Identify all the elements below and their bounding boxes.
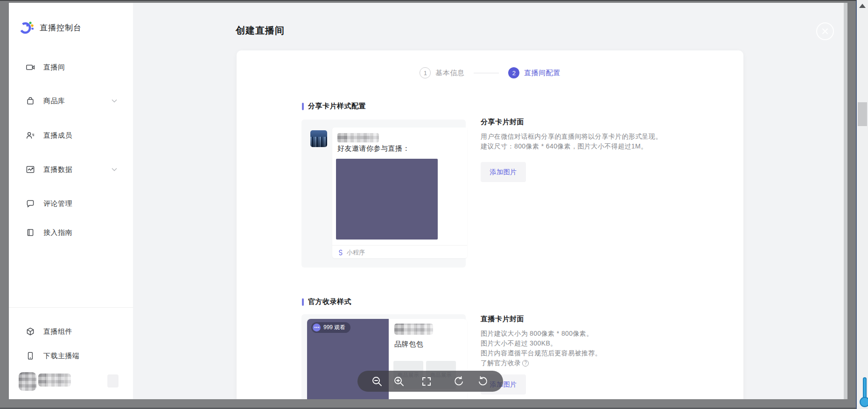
- close-button[interactable]: [816, 22, 834, 40]
- app-title: 直播控制台: [40, 22, 82, 33]
- product-category: 品牌包包: [394, 340, 423, 349]
- sidebar-item-comment-management[interactable]: 评论管理: [9, 194, 133, 213]
- step-indicator: 1 基本信息 2 直播间配置: [237, 67, 743, 78]
- live-title-redacted: [394, 324, 433, 335]
- rotate-right-button[interactable]: [477, 376, 489, 387]
- sidebar-item-product-library[interactable]: 商品库: [9, 92, 133, 110]
- viewers-badge: ⋯ 999 观看: [311, 322, 350, 333]
- member-icon: [26, 131, 35, 140]
- help-icon: ?: [522, 360, 529, 367]
- sidebar-item-download-anchor-app[interactable]: 下载主播端: [9, 346, 133, 365]
- info-line: 图片建议大小为 800像素 * 800像素。: [481, 329, 705, 338]
- live-dots-icon: ⋯: [313, 324, 321, 331]
- sidebar-item-label: 直播数据: [43, 165, 72, 174]
- section-accent-bar: [302, 103, 304, 110]
- cursor-indicator: [859, 377, 868, 409]
- step-connector-line: [474, 73, 499, 73]
- host-scrollbar[interactable]: [857, 0, 868, 409]
- chart-icon: [26, 165, 35, 174]
- phone-icon: [26, 351, 35, 360]
- scroll-up-arrow-icon: [859, 4, 866, 8]
- miniprogram-icon: [337, 249, 344, 256]
- chat-name-redacted: [337, 133, 379, 142]
- sidebar-item-live-room[interactable]: 直播间: [9, 58, 133, 77]
- section-title: 分享卡片样式配置: [308, 102, 366, 111]
- learn-official-listing-link[interactable]: 了解官方收录 ?: [481, 358, 529, 368]
- add-share-image-button[interactable]: 添加图片: [481, 162, 526, 182]
- zoom-in-button[interactable]: [393, 376, 405, 387]
- create-live-room-panel: 1 基本信息 2 直播间配置 分享卡片样式配置: [237, 50, 743, 399]
- cursor-ball: [860, 397, 868, 407]
- info-line: 用户在微信对话框内分享的直播间将以分享卡片的形式呈现。: [481, 132, 705, 141]
- info-title: 直播卡片封面: [481, 315, 705, 324]
- sidebar-item-live-component[interactable]: 直播组件: [9, 322, 133, 341]
- user-avatar: [19, 372, 36, 391]
- sidebar-item-label: 下载主播端: [43, 352, 80, 360]
- account-chip-redacted: [107, 374, 119, 388]
- step-number: 2: [508, 67, 519, 78]
- miniprogram-label: 小程序: [347, 248, 365, 257]
- remote-screen: 直播控制台 直播间 商品库: [9, 3, 844, 399]
- section-official-listing-header: 官方收录样式: [302, 297, 351, 306]
- host-scrollbar-thumb[interactable]: [858, 102, 867, 126]
- step-label: 基本信息: [435, 69, 464, 78]
- step-basic-info[interactable]: 1 基本信息: [420, 67, 464, 78]
- app-logo-icon: [19, 20, 35, 35]
- share-card-info: 分享卡片封面 用户在微信对话框内分享的直播间将以分享卡片的形式呈现。 建议尺寸：…: [481, 118, 705, 182]
- info-line: 建议尺寸：800像素 * 640像素，图片大小不得超过1M。: [481, 141, 705, 151]
- viewers-count: 999 观看: [323, 324, 345, 331]
- miniprogram-footer: 小程序: [337, 248, 365, 257]
- rotate-left-button[interactable]: [453, 376, 464, 387]
- guide-book-icon: [26, 228, 35, 237]
- info-line: 图片内容遵循平台规范后更容易被推荐。: [481, 348, 705, 358]
- chat-card-divider: [332, 245, 467, 246]
- comment-icon: [26, 199, 35, 208]
- fullscreen-button[interactable]: [421, 376, 432, 387]
- sidebar-item-live-data[interactable]: 直播数据: [9, 160, 133, 179]
- sidebar-item-label: 评论管理: [43, 199, 72, 208]
- sidebar-item-label: 直播组件: [43, 327, 72, 336]
- chat-sender-avatar: [310, 130, 327, 147]
- sidebar-item-label: 直播间: [43, 63, 65, 72]
- sidebar-item-live-members[interactable]: 直播成员: [9, 126, 133, 145]
- sidebar-item-label: 接入指南: [43, 228, 72, 237]
- section-title: 官方收录样式: [308, 297, 351, 306]
- chevron-down-icon: [112, 168, 117, 171]
- step-room-config[interactable]: 2 直播间配置: [508, 67, 560, 78]
- share-card-preview-panel: 好友邀请你参与直播： 小程序: [301, 120, 466, 268]
- live-card-info: 直播卡片封面 图片建议大小为 800像素 * 800像素。 图片大小不超过 30…: [481, 315, 705, 395]
- zoom-out-button[interactable]: [371, 376, 383, 387]
- share-cover-placeholder: [336, 159, 438, 240]
- close-icon: [821, 28, 829, 35]
- image-viewer-toolbar: [357, 371, 503, 392]
- step-label: 直播间配置: [524, 69, 560, 78]
- page-title: 创建直播间: [236, 24, 285, 37]
- learn-more-label: 了解官方收录: [481, 358, 521, 368]
- user-name-redacted: [38, 374, 71, 387]
- video-camera-icon: [26, 63, 35, 72]
- sidebar-item-label: 商品库: [43, 97, 65, 106]
- share-chat-card: 好友邀请你参与直播： 小程序: [332, 127, 467, 258]
- info-title: 分享卡片封面: [481, 118, 705, 127]
- remote-scrollbar[interactable]: [844, 3, 847, 399]
- app-logo-row: 直播控制台: [19, 20, 82, 35]
- sidebar-item-label: 直播成员: [43, 131, 72, 140]
- account-row[interactable]: [9, 367, 133, 396]
- remote-desktop-frame: 直播控制台 直播间 商品库: [0, 0, 857, 409]
- chevron-down-icon: [112, 99, 117, 103]
- sidebar-divider: [9, 307, 133, 308]
- sidebar-item-access-guide[interactable]: 接入指南: [9, 223, 133, 242]
- shopping-bag-icon: [26, 96, 35, 106]
- cube-icon: [26, 327, 35, 336]
- section-share-card-header: 分享卡片样式配置: [302, 102, 366, 111]
- info-line: 图片大小不超过 300KB。: [481, 338, 705, 348]
- sidebar: 直播控制台 直播间 商品库: [9, 3, 133, 399]
- main-area: 创建直播间 1 基本信息 2: [133, 3, 844, 399]
- invite-text: 好友邀请你参与直播：: [337, 144, 410, 153]
- step-number: 1: [420, 67, 431, 78]
- scroll-up-button[interactable]: [857, 2, 868, 10]
- section-accent-bar: [302, 298, 304, 306]
